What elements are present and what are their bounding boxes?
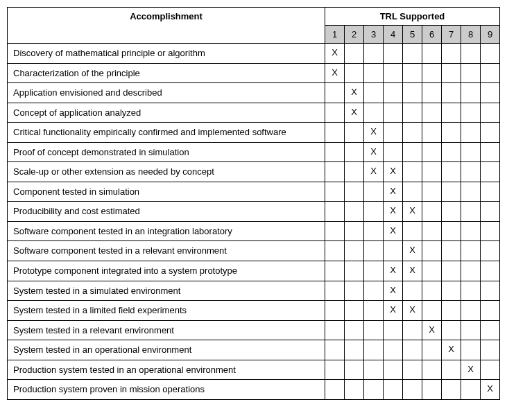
trl-cell: [364, 44, 384, 64]
trl-cell: X: [364, 162, 384, 182]
trl-cell: [325, 241, 345, 261]
header-level-6: 6: [422, 26, 442, 44]
trl-cell: [481, 202, 500, 222]
trl-cell: [384, 44, 403, 64]
trl-cell: [384, 142, 403, 162]
table-row: Software component tested in a relevant …: [8, 241, 500, 261]
table-row: Proof of concept demonstrated in simulat…: [8, 142, 500, 162]
trl-cell: [403, 360, 422, 380]
trl-cell: [364, 241, 384, 261]
table-row: Critical functionality empirically confi…: [8, 123, 500, 143]
accomplishment-cell: Software component tested in a relevant …: [8, 241, 325, 261]
table-row: Characterization of the principleX: [8, 63, 500, 83]
accomplishment-cell: Scale-up or other extension as needed by…: [8, 162, 325, 182]
trl-cell: [403, 182, 422, 202]
trl-cell: [345, 320, 364, 340]
trl-cell: [403, 83, 422, 103]
table-row: Prototype component integrated into a sy…: [8, 261, 500, 281]
accomplishment-cell: Proof of concept demonstrated in simulat…: [8, 142, 325, 162]
trl-cell: [481, 241, 500, 261]
table-row: Production system tested in an operation…: [8, 360, 500, 380]
accomplishment-cell: System tested in a simulated environment: [8, 281, 325, 301]
trl-cell: [442, 320, 461, 340]
trl-cell: [403, 44, 422, 64]
trl-cell: [364, 320, 384, 340]
trl-cell: [461, 142, 481, 162]
trl-cell: [422, 123, 442, 143]
trl-cell: [364, 202, 384, 222]
trl-cell: [403, 281, 422, 301]
table-row: Production system proven in mission oper…: [8, 380, 500, 400]
trl-cell: [461, 103, 481, 123]
table-row: System tested in a relevant environmentX: [8, 320, 500, 340]
trl-cell: [422, 142, 442, 162]
trl-cell: [442, 103, 461, 123]
trl-cell: [481, 63, 500, 83]
trl-cell: [325, 103, 345, 123]
trl-cell: [442, 142, 461, 162]
table-row: Component tested in simulationX: [8, 182, 500, 202]
trl-cell: [461, 221, 481, 241]
trl-cell: [384, 340, 403, 360]
trl-cell: [325, 221, 345, 241]
trl-cell: [325, 380, 345, 400]
trl-cell: [364, 301, 384, 321]
trl-cell: [345, 261, 364, 281]
trl-cell: [442, 182, 461, 202]
trl-cell: [345, 162, 364, 182]
trl-cell: [481, 162, 500, 182]
trl-cell: X: [403, 301, 422, 321]
header-row-1: Accomplishment TRL Supported: [8, 8, 500, 26]
trl-cell: [364, 182, 384, 202]
trl-cell: [442, 261, 461, 281]
trl-cell: [461, 340, 481, 360]
trl-cell: [461, 320, 481, 340]
trl-cell: [461, 63, 481, 83]
trl-cell: [325, 281, 345, 301]
trl-cell: [403, 221, 422, 241]
trl-cell: [325, 360, 345, 380]
trl-cell: [325, 340, 345, 360]
trl-cell: [325, 142, 345, 162]
trl-cell: [481, 261, 500, 281]
trl-cell: [442, 360, 461, 380]
trl-cell: [384, 63, 403, 83]
trl-cell: [325, 202, 345, 222]
accomplishment-cell: Software component tested in an integrat…: [8, 221, 325, 241]
trl-cell: [325, 123, 345, 143]
accomplishment-cell: Production system proven in mission oper…: [8, 380, 325, 400]
trl-cell: X: [364, 142, 384, 162]
trl-cell: [442, 380, 461, 400]
trl-cell: [384, 380, 403, 400]
accomplishment-cell: System tested in an operational environm…: [8, 340, 325, 360]
trl-cell: [345, 182, 364, 202]
trl-cell: X: [481, 380, 500, 400]
trl-cell: [325, 301, 345, 321]
trl-cell: [442, 44, 461, 64]
trl-cell: X: [384, 221, 403, 241]
header-level-5: 5: [403, 26, 422, 44]
trl-cell: [481, 103, 500, 123]
trl-cell: [345, 44, 364, 64]
header-level-1: 1: [325, 26, 345, 44]
accomplishment-cell: Discovery of mathematical principle or a…: [8, 44, 325, 64]
trl-cell: [481, 221, 500, 241]
trl-cell: [422, 360, 442, 380]
trl-cell: X: [422, 320, 442, 340]
trl-cell: [461, 44, 481, 64]
trl-cell: [345, 281, 364, 301]
trl-cell: X: [384, 182, 403, 202]
trl-cell: [461, 301, 481, 321]
trl-cell: [364, 103, 384, 123]
trl-cell: [442, 241, 461, 261]
trl-cell: [384, 241, 403, 261]
trl-cell: [481, 83, 500, 103]
header-level-9: 9: [481, 26, 500, 44]
accomplishment-cell: Prototype component integrated into a sy…: [8, 261, 325, 281]
trl-cell: [345, 63, 364, 83]
trl-cell: [481, 281, 500, 301]
trl-cell: [442, 301, 461, 321]
trl-cell: X: [403, 261, 422, 281]
trl-cell: [481, 182, 500, 202]
trl-cell: [422, 44, 442, 64]
